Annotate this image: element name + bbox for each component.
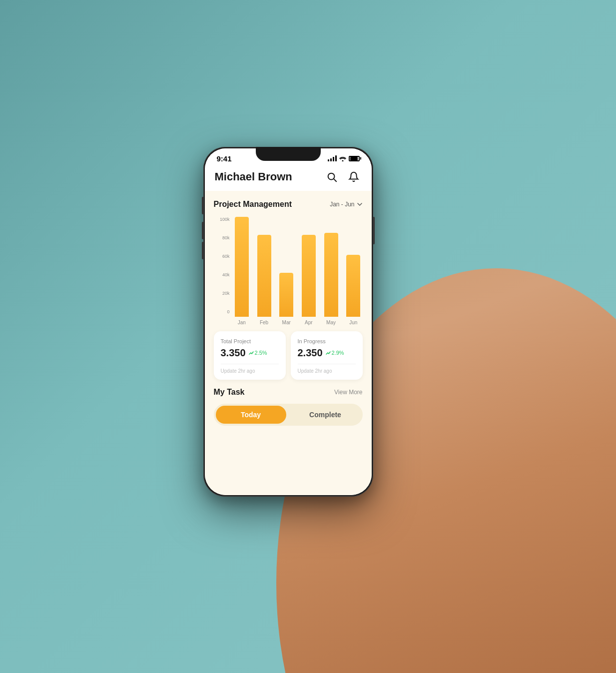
x-label-apr: Apr	[300, 320, 318, 325]
date-filter[interactable]: Jan - Jun	[330, 201, 362, 208]
chart-header: Project Management Jan - Jun	[214, 200, 363, 209]
y-label-60k: 60k	[214, 254, 230, 259]
chart-section: Project Management Jan - Jun 0	[205, 191, 372, 331]
stat-value-row-progress: 2.350 2.9%	[298, 347, 356, 359]
bars-row	[233, 217, 363, 317]
stat-label-progress: In Progress	[298, 338, 356, 344]
stat-change-total: 2.5%	[249, 350, 267, 356]
search-button[interactable]	[324, 169, 340, 185]
battery-icon	[349, 156, 360, 161]
phone-screen: 9:41	[205, 148, 372, 495]
header-icons	[324, 169, 362, 185]
trend-up-icon-2	[326, 350, 331, 355]
tab-today[interactable]: Today	[216, 406, 286, 424]
y-label-40k: 40k	[214, 272, 230, 277]
header-title: Michael Brown	[215, 170, 292, 183]
tab-buttons: Today Complete	[214, 404, 363, 426]
x-label-may: May	[322, 320, 340, 325]
x-label-jun: Jun	[344, 320, 363, 325]
phone-wrapper: 9:41	[203, 147, 373, 497]
task-section: My Task View More Today Complete	[205, 388, 372, 426]
bar-may	[322, 217, 340, 317]
tab-complete[interactable]: Complete	[290, 406, 361, 424]
y-label-20k: 20k	[214, 291, 230, 296]
bar-jun	[344, 217, 363, 317]
stat-card-total: Total Project 3.350 2.5%	[214, 331, 286, 380]
view-more-button[interactable]: View More	[334, 389, 362, 396]
app-header: Michael Brown	[205, 165, 372, 191]
stat-update-progress: Update 2hr ago	[298, 368, 356, 374]
stat-value-progress: 2.350	[298, 347, 323, 359]
y-label-0: 0	[214, 309, 230, 314]
bar-mar	[277, 217, 296, 317]
stat-update-total: Update 2hr ago	[221, 368, 279, 374]
divider-2	[298, 364, 356, 364]
app-content: Project Management Jan - Jun 0	[205, 191, 372, 495]
scene: 9:41	[0, 0, 616, 673]
svg-line-1	[334, 179, 336, 181]
bar-feb	[255, 217, 273, 317]
x-label-jan: Jan	[233, 320, 251, 325]
status-icons	[328, 155, 360, 161]
task-header: My Task View More	[214, 388, 363, 397]
divider	[221, 364, 279, 364]
signal-icon	[328, 155, 337, 161]
stat-card-progress: In Progress 2.350 2.9%	[291, 331, 363, 380]
notification-button[interactable]	[346, 169, 362, 185]
notch	[256, 147, 321, 161]
stat-value-total: 3.350	[221, 347, 246, 359]
y-axis: 0 20k 40k 60k 80k 100k	[214, 217, 230, 325]
x-labels: Jan Feb Mar Apr May Jun	[233, 320, 363, 325]
stat-value-row-total: 3.350 2.5%	[221, 347, 279, 359]
bar-jan	[233, 217, 251, 317]
phone-frame: 9:41	[203, 147, 373, 497]
trend-up-icon	[249, 350, 254, 355]
wifi-icon	[339, 156, 346, 161]
status-time: 9:41	[217, 154, 232, 163]
chart-title: Project Management	[214, 200, 292, 209]
stats-section: Total Project 3.350 2.5%	[205, 331, 372, 388]
y-label-80k: 80k	[214, 235, 230, 240]
task-title: My Task	[214, 388, 245, 397]
x-label-feb: Feb	[255, 320, 273, 325]
bar-apr	[300, 217, 318, 317]
chevron-down-icon	[357, 201, 363, 207]
y-label-100k: 100k	[214, 217, 230, 222]
stat-change-progress: 2.9%	[326, 350, 344, 356]
stat-label-total: Total Project	[221, 338, 279, 344]
chart-area: 0 20k 40k 60k 80k 100k	[214, 217, 363, 325]
date-range-label: Jan - Jun	[330, 201, 354, 208]
x-label-mar: Mar	[277, 320, 296, 325]
bars-container: Jan Feb Mar Apr May Jun	[233, 217, 363, 325]
